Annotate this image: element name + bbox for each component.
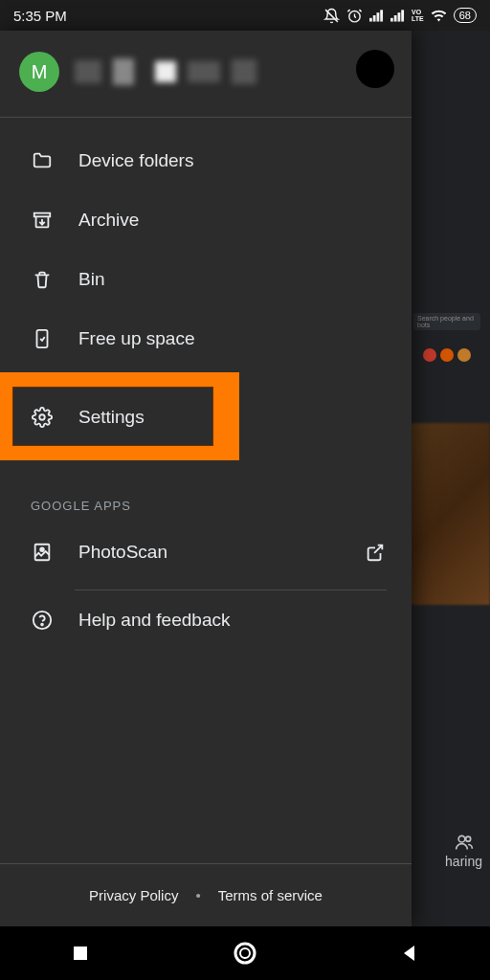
wifi-icon	[431, 9, 447, 22]
nav-back-button[interactable]	[400, 944, 419, 963]
help-icon	[31, 609, 54, 632]
menu-item-help-feedback[interactable]: Help and feedback	[0, 590, 412, 650]
menu-item-free-up-space[interactable]: Free up space	[0, 309, 412, 368]
svg-rect-13	[37, 330, 48, 347]
svg-point-16	[40, 547, 44, 551]
svg-point-14	[39, 414, 45, 420]
menu-item-photoscan[interactable]: PhotoScan	[0, 523, 412, 582]
svg-rect-4	[377, 12, 380, 21]
menu-item-settings[interactable]: Settings	[0, 388, 412, 447]
account-switch-icon[interactable]	[356, 50, 394, 88]
system-navigation-bar	[0, 926, 490, 980]
menu-item-label: Free up space	[78, 328, 194, 349]
photoscan-icon	[31, 541, 54, 564]
svg-rect-19	[74, 947, 87, 960]
separator-dot: •	[195, 887, 200, 903]
drawer-header[interactable]: M	[0, 31, 412, 117]
svg-point-21	[240, 948, 250, 958]
drawer-menu: Device folders Archive Bin Free up space	[0, 123, 412, 863]
bg-sharing-tab: haring	[445, 833, 482, 869]
nav-home-button[interactable]	[233, 941, 257, 966]
menu-item-label: Settings	[78, 407, 145, 428]
external-link-icon	[364, 541, 387, 564]
status-icons: VO LTE 68	[323, 8, 477, 24]
archive-icon	[31, 209, 54, 232]
svg-point-18	[41, 624, 43, 626]
svg-rect-9	[401, 10, 404, 21]
divider	[0, 117, 412, 118]
svg-rect-12	[34, 213, 51, 217]
gear-icon	[31, 406, 54, 429]
section-header-google-apps: GOOGLE APPS	[0, 479, 412, 523]
navigation-drawer: M Device folders Archive	[0, 31, 412, 926]
folder-icon	[31, 149, 54, 172]
menu-item-device-folders[interactable]: Device folders	[0, 131, 412, 190]
svg-point-10	[458, 835, 465, 842]
volte-icon: VO LTE	[412, 9, 424, 22]
battery-indicator: 68	[454, 8, 477, 23]
svg-point-20	[235, 944, 255, 963]
alarm-icon	[346, 8, 363, 24]
terms-of-service-link[interactable]: Terms of service	[218, 887, 323, 903]
svg-rect-7	[394, 15, 397, 22]
menu-item-label: Bin	[78, 269, 104, 290]
account-name-redacted	[75, 53, 392, 91]
avatar[interactable]: M	[19, 52, 59, 92]
trash-icon	[31, 268, 54, 291]
menu-item-label: Archive	[78, 210, 139, 231]
svg-rect-8	[398, 12, 401, 21]
status-time: 5:35 PM	[13, 8, 67, 24]
nav-recents-button[interactable]	[71, 944, 90, 963]
menu-item-label: PhotoScan	[78, 542, 167, 563]
menu-item-label: Device folders	[78, 150, 193, 171]
menu-item-bin[interactable]: Bin	[0, 250, 412, 309]
signal-icon-2	[390, 9, 405, 22]
bg-search-hint: Search people and bots	[413, 313, 480, 330]
privacy-policy-link[interactable]: Privacy Policy	[89, 887, 178, 903]
drawer-footer: Privacy Policy • Terms of service	[0, 863, 412, 926]
svg-point-11	[465, 836, 470, 841]
menu-item-archive[interactable]: Archive	[0, 190, 412, 250]
free-space-icon	[31, 327, 54, 350]
bg-photo-thumbnail	[404, 423, 490, 605]
status-bar: 5:35 PM VO LTE 68	[0, 0, 490, 31]
svg-rect-2	[369, 18, 372, 22]
svg-rect-6	[390, 18, 393, 22]
signal-icon	[369, 9, 384, 22]
avatar-initial: M	[32, 61, 48, 83]
svg-rect-5	[380, 10, 383, 21]
svg-rect-3	[373, 15, 376, 22]
dnd-icon	[323, 8, 340, 24]
bg-story-dots	[423, 348, 471, 362]
menu-item-label: Help and feedback	[78, 610, 230, 631]
